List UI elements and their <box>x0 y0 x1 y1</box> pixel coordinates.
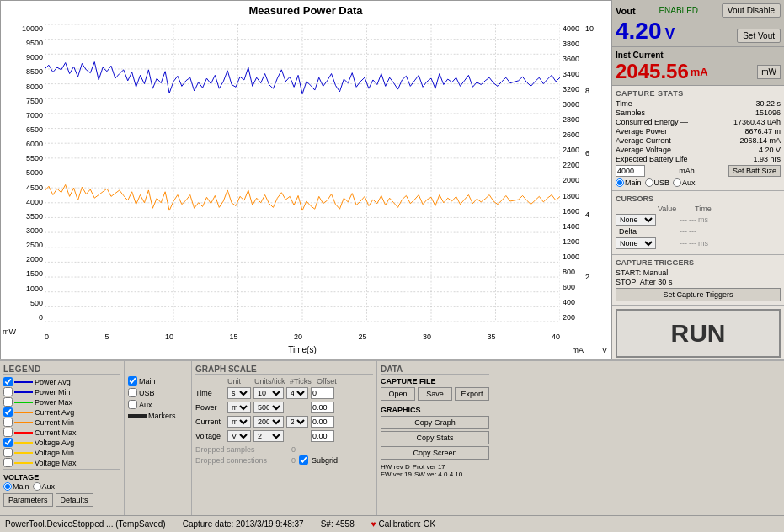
usb-checkbox[interactable] <box>128 388 137 397</box>
copy-screen-button[interactable]: Copy Screen <box>381 446 489 460</box>
x-axis-label: Time(s) <box>288 345 317 354</box>
voltage-avg-line <box>14 442 33 444</box>
current-min-check[interactable] <box>3 418 13 427</box>
voltage-unit-select[interactable]: V <box>227 430 251 442</box>
time-unit-select[interactable]: s <box>227 387 251 399</box>
voltage-offset-input[interactable] <box>311 430 334 442</box>
list-item: Power Min <box>3 387 120 396</box>
time-ticks-select[interactable]: 4 <box>286 387 308 399</box>
voltage-avg-check[interactable] <box>3 438 13 447</box>
batt-radio-usb[interactable]: USB <box>645 178 670 187</box>
cursor1-select[interactable]: None <box>616 214 656 226</box>
inst-value: 2045.56 <box>616 61 689 82</box>
vout-disable-button[interactable]: Vout Disable <box>722 3 781 18</box>
voltage-radio-main[interactable]: Main <box>3 482 29 491</box>
voltage-max-check[interactable] <box>3 458 13 467</box>
list-item: Markers <box>128 412 188 420</box>
right-panel: Vout ENABLED Vout Disable 4.20 V Set Vou… <box>611 0 784 359</box>
capture-date: Capture date: 2013/3/19 9:48:37 <box>183 519 304 529</box>
main-checkbox[interactable] <box>128 376 137 386</box>
power-offset-input[interactable] <box>311 402 334 413</box>
copy-stats-button[interactable]: Copy Stats <box>381 431 489 444</box>
status-bar: PowerTool.DeviceStopped ... (TempSaved) … <box>0 515 784 532</box>
calibration-status: ♥ Calibration: OK <box>371 519 436 529</box>
power-units-tick-select[interactable]: 500 <box>253 402 284 413</box>
list-item: Aux <box>128 400 188 409</box>
current-min-line <box>14 422 33 423</box>
time-offset-input[interactable] <box>311 387 334 399</box>
voltage-scale-row: Voltage V 2 <box>195 430 373 442</box>
list-item: Current Avg <box>3 407 120 417</box>
triggers-section: CAPTURE TRIGGERS START: Manual STOP: Aft… <box>612 255 784 306</box>
current-units-tick-select[interactable]: 200 <box>253 416 284 428</box>
run-button[interactable]: RUN <box>616 309 781 358</box>
y-right-unit2: V <box>602 346 607 354</box>
vout-enabled: ENABLED <box>659 6 698 15</box>
voltage-units-tick-select[interactable]: 2 <box>253 430 284 442</box>
main-container: Measured Power Data 10000 9500 9000 8500… <box>0 0 784 532</box>
save-button[interactable]: Save <box>418 387 452 401</box>
set-vout-button[interactable]: Set Vout <box>737 29 781 43</box>
current-avg-check[interactable] <box>3 407 13 417</box>
vout-section: Vout ENABLED Vout Disable 4.20 V Set Vou… <box>612 0 784 47</box>
voltage-min-check[interactable] <box>3 448 13 457</box>
vout-value: 4.20 <box>616 19 662 43</box>
list-item: USB <box>128 388 188 397</box>
parameters-button[interactable]: Parameters <box>3 493 53 507</box>
cursor2-select[interactable]: None <box>616 237 656 249</box>
power-avg-check[interactable] <box>3 377 13 386</box>
voltage-min-line <box>14 452 33 454</box>
batt-radio-aux[interactable]: Aux <box>673 178 696 187</box>
power-max-check[interactable] <box>3 397 13 407</box>
dropped-connections-val: 0 <box>291 456 296 465</box>
graphics-title: GRAPHICS <box>381 406 489 414</box>
top-area: Measured Power Data 10000 9500 9000 8500… <box>0 0 784 359</box>
export-button[interactable]: Export <box>455 387 489 401</box>
list-item: Current Min <box>3 418 120 427</box>
batt-size-input[interactable] <box>616 165 645 177</box>
triggers-title: CAPTURE TRIGGERS <box>616 258 781 267</box>
current-max-check[interactable] <box>3 428 13 437</box>
heart-icon: ♥ <box>371 519 376 529</box>
stop-trigger: STOP: After 30 s <box>616 278 781 286</box>
power-scale-row: Power mW 500 <box>195 402 373 413</box>
batt-radio-main[interactable]: Main <box>616 178 642 187</box>
dropped-connections-row: Dropped connections 0 Subgrid <box>195 455 373 465</box>
voltage-radio-aux[interactable]: Aux <box>33 482 56 491</box>
current-ticks-select[interactable]: 20 <box>286 416 308 428</box>
time-units-tick-select[interactable]: 10 <box>253 387 284 399</box>
current-unit-select[interactable]: mA <box>227 416 251 428</box>
filler <box>493 361 784 515</box>
power-unit-select[interactable]: mW <box>227 402 251 413</box>
copy-graph-button[interactable]: Copy Graph <box>381 416 489 429</box>
voltage-sub-section: VOLTAGE Main Aux Parameters Defaults <box>3 469 120 507</box>
set-triggers-button[interactable]: Set Capture Triggers <box>616 288 781 301</box>
time-scale-row: Time s 10 4 <box>195 387 373 399</box>
mw-button[interactable]: mW <box>757 65 781 79</box>
list-item: Voltage Max <box>3 458 120 467</box>
power-avg-line <box>14 381 33 383</box>
hw-sw-info: HW rev D Prot ver 17 <box>381 463 489 471</box>
capture-file-buttons: Open Save Export <box>381 387 489 401</box>
subgrid-checkbox[interactable] <box>299 455 308 465</box>
dropped-connections-label: Dropped connections <box>195 456 288 465</box>
list-item: Voltage Avg <box>3 438 120 447</box>
set-batt-button[interactable]: Set Batt Size <box>728 165 781 177</box>
capture-stats-title: CAPTURE STATS <box>616 89 781 98</box>
current-max-line <box>14 432 33 434</box>
power-min-check[interactable] <box>3 387 13 396</box>
aux-checkbox[interactable] <box>128 400 137 409</box>
vout-label: Vout <box>616 6 636 16</box>
current-offset-input[interactable] <box>311 416 334 428</box>
dropped-samples-label: Dropped samples <box>195 445 288 454</box>
y-left-unit: mW <box>3 327 16 336</box>
device-status: PowerTool.DeviceStopped ... (TempSaved) <box>5 519 166 529</box>
defaults-button[interactable]: Defaults <box>56 493 93 507</box>
current-avg-line <box>14 412 33 413</box>
current-scale-row: Current mA 200 20 <box>195 416 373 428</box>
vout-unit: V <box>665 25 675 43</box>
power-max-line <box>14 402 33 403</box>
cursors-title: CURSORS <box>616 194 781 203</box>
open-button[interactable]: Open <box>381 387 415 401</box>
data-title: DATA <box>381 364 489 375</box>
